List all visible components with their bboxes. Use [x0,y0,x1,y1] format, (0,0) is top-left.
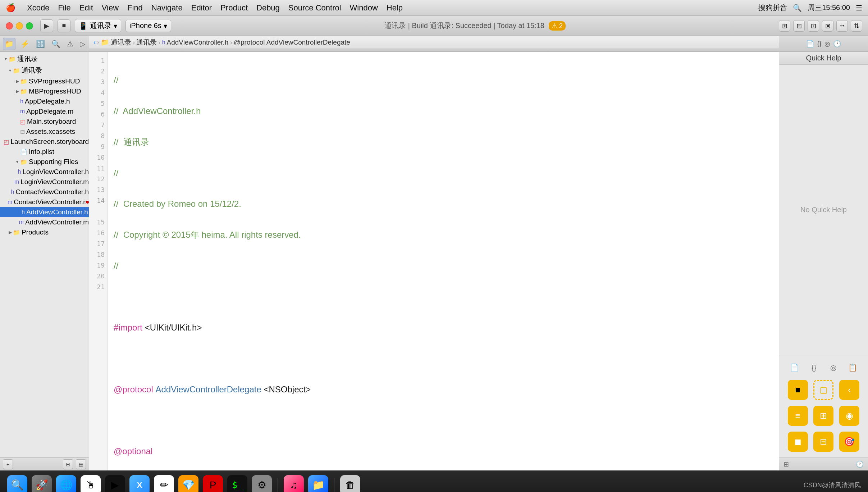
dock-music[interactable]: ♫ [284,475,304,492]
code-editor[interactable]: 1 2 3 4 5 6 7 8 9 10 11 12 13 14 15 16 1… [89,52,779,470]
version-toggle[interactable]: ⇅ [851,20,862,32]
ib-inspector-btn-1[interactable]: ■ [788,380,808,400]
menu-icon[interactable]: ☰ [856,4,862,12]
tree-item-appdelegate-m[interactable]: m AppDelegate.m [0,106,89,117]
inspector-history-btn[interactable]: 📋 [846,361,859,374]
input-method[interactable]: 搜狗拼音 [758,3,787,13]
tree-item-mbprogress[interactable]: ▶ 📁 MBProgressHUD [0,86,89,96]
assistant-toggle[interactable]: ↔ [836,20,848,32]
dock-finder[interactable]: 🔍 [7,475,27,492]
breadcrumb-nav-fwd[interactable]: › [97,38,99,46]
tree-item-products[interactable]: ▶ 📁 Products [0,227,89,237]
add-file-button[interactable]: + [3,459,13,469]
dock-launchpad[interactable]: 🚀 [32,475,52,492]
breadcrumb-project[interactable]: 通讯录 [111,38,131,47]
inspector-build-btn[interactable]: ◎ [827,361,840,374]
tree-item-appdelegate-h[interactable]: h AppDelegate.h [0,96,89,106]
menu-xcode[interactable]: Xcode [27,3,49,13]
close-button[interactable] [6,22,13,29]
ib-inspector-btn-3[interactable]: ‹ [839,380,859,400]
inspector-grid-icon[interactable]: ⊞ [784,460,789,468]
minimize-button[interactable] [16,22,23,29]
ib-inspector-btn-7[interactable]: ◼ [788,432,808,452]
tree-item-assets[interactable]: ⊟ Assets.xcassets [0,127,89,137]
device-selector[interactable]: iPhone 6s ▾ [125,20,171,32]
tree-item-svprogress[interactable]: ▶ 📁 SVProgressHUD [0,76,89,86]
apple-menu[interactable]: 🍎 [6,3,15,13]
nav-symbol-icon[interactable]: 🔠 [35,38,46,50]
group-arrow[interactable]: ▾ [7,68,13,73]
inspector-target-icon[interactable]: ◎ [824,40,830,48]
menu-edit[interactable]: Edit [79,3,93,13]
nav-find-icon[interactable]: 🔍 [50,38,62,50]
maximize-button[interactable] [26,22,33,29]
dock-terminal[interactable]: $_ [227,475,247,492]
inspector-braces-icon[interactable]: {} [817,40,821,47]
menu-help[interactable]: Help [387,3,403,13]
menu-source-control[interactable]: Source Control [288,3,341,13]
code-content[interactable]: // // AddViewController.h // 通讯录 // // C… [108,52,779,470]
ib-inspector-btn-6[interactable]: ◉ [839,406,859,426]
dock-files[interactable]: 📁 [308,475,328,492]
nav-source-icon[interactable]: ⚡ [19,38,31,50]
menu-editor[interactable]: Editor [191,3,212,13]
menu-product[interactable]: Product [220,3,248,13]
ib-inspector-btn-4[interactable]: ≡ [788,406,808,426]
inspector-file-btn[interactable]: 📄 [788,361,801,374]
dock-trash[interactable]: 🗑 [340,475,360,492]
tree-item-contactvc-h[interactable]: h ContactViewController.h [0,187,89,197]
navigator-toggle[interactable]: ⊞ [779,20,790,32]
item-arrow[interactable]: ▶ [7,230,13,235]
menu-file[interactable]: File [58,3,70,13]
tree-item-loginvc-h[interactable]: h LoginViewController.h [0,167,89,177]
item-arrow[interactable]: ▶ [14,79,20,84]
filter-button[interactable]: ⊟ [63,459,73,469]
tree-item-info-plist[interactable]: 📄 Info.plist [0,147,89,157]
ib-inspector-btn-9[interactable]: 🎯 [839,432,859,452]
nav-issue-icon[interactable]: ⚠ [65,38,75,50]
inspector-clock-icon[interactable]: 🕐 [856,460,864,468]
tree-item-addvc-m[interactable]: m AddViewController.m [0,217,89,227]
inspector-toggle[interactable]: ⊡ [808,20,819,32]
menu-window[interactable]: Window [350,3,378,13]
tree-item-addvc-h[interactable]: h AddViewController.h [0,207,89,217]
breadcrumb-file[interactable]: AddViewController.h [167,38,229,46]
scheme-selector[interactable]: 📱 通讯录 ▾ [75,19,121,32]
menu-navigate[interactable]: Navigate [151,3,183,13]
warning-badge[interactable]: ⚠ 2 [549,21,566,31]
dock-office[interactable]: P [203,475,223,492]
nav-folder-icon[interactable]: 📁 [3,38,15,50]
breadcrumb-symbol[interactable]: @protocol AddViewControllerDelegate [234,38,350,46]
menu-debug[interactable]: Debug [256,3,280,13]
item-arrow[interactable]: ▶ [14,89,20,94]
dock-xcode[interactable]: X [129,475,150,492]
dock-mouse[interactable]: 🖱 [81,475,101,492]
breadcrumb-folder[interactable]: 通讯录 [136,38,157,47]
run-button[interactable]: ▶ [40,19,53,32]
inspector-file-icon[interactable]: 📄 [806,40,814,48]
nav-test-icon[interactable]: ▷ [78,38,87,50]
tree-item-supporting-files[interactable]: ▾ 📁 Supporting Files [0,157,89,167]
inspector-history-icon[interactable]: 🕐 [833,40,841,48]
tree-item-loginvc-m[interactable]: m LoginViewController.m [0,177,89,187]
collapse-arrow[interactable]: ▾ [3,56,9,62]
group-button[interactable]: ▤ [76,459,86,469]
menu-find[interactable]: Find [127,3,143,13]
tree-root[interactable]: ▾ 📁 通讯录 [0,53,89,65]
ib-inspector-btn-2[interactable]: ▢ [813,380,833,400]
layout-toggle[interactable]: ⊠ [822,20,833,32]
dock-sketch[interactable]: 💎 [178,475,198,492]
menu-view[interactable]: View [102,3,119,13]
dock-settings[interactable]: ⚙ [252,475,272,492]
ib-inspector-btn-5[interactable]: ⊞ [813,406,833,426]
tree-item-launch-storyboard[interactable]: ◰ LaunchScreen.storyboard [0,137,89,147]
dock-safari[interactable]: 🌐 [56,475,76,492]
item-arrow[interactable]: ▾ [14,159,20,164]
tree-group-main[interactable]: ▾ 📁 通讯录 [0,65,89,76]
search-icon[interactable]: 🔍 [793,4,802,12]
inspector-code-btn[interactable]: {} [808,361,821,374]
dock-quicktime[interactable]: ▶ [105,475,125,492]
stop-button[interactable]: ■ [58,19,70,32]
tree-item-contactvc-m[interactable]: m ContactViewController.m [0,197,89,207]
tree-item-main-storyboard[interactable]: ◰ Main.storyboard [0,117,89,127]
